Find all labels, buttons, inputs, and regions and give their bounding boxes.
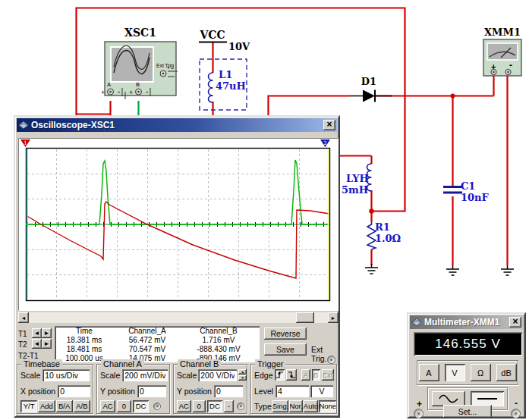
xsc1-screen bbox=[111, 47, 153, 82]
scale-spinner[interactable]: ▲ ▼ bbox=[238, 369, 247, 381]
channel-a-ypos-input[interactable] bbox=[137, 385, 166, 397]
trigger-source-b-button[interactable]: B bbox=[312, 369, 320, 381]
component-d1[interactable]: D1 bbox=[350, 76, 392, 102]
svg-text:C1: C1 bbox=[461, 180, 475, 192]
junction-dot bbox=[369, 208, 373, 213]
trigger-type-auto-button[interactable]: Auto bbox=[304, 400, 319, 412]
t1-left-button[interactable]: ◄ bbox=[32, 328, 42, 338]
save-button[interactable]: Save bbox=[264, 343, 307, 356]
channel-b-dc-button[interactable]: DC bbox=[207, 400, 223, 412]
t2-left-button[interactable]: ◄ bbox=[32, 339, 42, 349]
svg-text:47uH: 47uH bbox=[216, 80, 246, 92]
xsc1-b-label: B bbox=[136, 81, 140, 88]
readout-header: Channel_B bbox=[181, 327, 257, 336]
component-c1[interactable]: C1 10nF bbox=[443, 180, 490, 203]
set-button[interactable]: Set... bbox=[443, 405, 492, 418]
component-vcc[interactable]: VCC 10V bbox=[199, 29, 250, 52]
channel-b-legend: Channel B bbox=[178, 359, 221, 368]
channel-b-ypos-input[interactable] bbox=[214, 385, 243, 397]
measurement-readout: Time Channel_A Channel_B 18.381 ms 56.47… bbox=[55, 326, 260, 362]
dc-mode-button[interactable] bbox=[471, 391, 504, 406]
channel-b-ac-button[interactable]: AC bbox=[177, 400, 191, 412]
trigger-level-input[interactable] bbox=[276, 385, 309, 397]
t2-right-button[interactable]: ► bbox=[42, 339, 52, 349]
reverse-button[interactable]: Reverse bbox=[264, 328, 307, 340]
spin-down-icon: ▼ bbox=[238, 375, 247, 381]
trigger-type-none-button[interactable]: None bbox=[319, 400, 336, 412]
falling-edge-button[interactable] bbox=[286, 369, 297, 381]
t2-cursor-buttons: ◄ ► bbox=[32, 339, 52, 349]
rising-edge-button[interactable] bbox=[275, 369, 285, 381]
ground-icon bbox=[501, 265, 514, 275]
junction-dot bbox=[451, 94, 455, 99]
timebase-group: Timebase Scale X position Y/T Add B/A A/… bbox=[17, 364, 93, 414]
multisim-workspace: { "schematic": { "colors": { "wire_red":… bbox=[0, 0, 529, 420]
t1-cursor-buttons: ◄ ► bbox=[32, 328, 52, 338]
svg-text:VCC: VCC bbox=[199, 29, 225, 41]
component-r1[interactable]: R1 1.0Ω bbox=[367, 221, 401, 249]
trigger-type-normal-button[interactable]: Nor. bbox=[289, 400, 302, 412]
component-xsc1[interactable]: XSC1 Ext Trig + A B + - + - bbox=[101, 27, 178, 99]
add-mode-button[interactable]: Add bbox=[38, 400, 55, 412]
channel-b-invert-button[interactable]: - bbox=[224, 400, 234, 412]
trigger-source-ext-button[interactable]: Ext bbox=[322, 369, 334, 381]
plus-terminal-connector[interactable] bbox=[414, 409, 424, 418]
wire-scope-a bbox=[77, 101, 111, 115]
channel-a-legend: Channel A bbox=[101, 359, 144, 368]
channel-b-scale-input[interactable] bbox=[198, 369, 237, 381]
channel-a-zero-button[interactable]: 0 bbox=[117, 400, 131, 412]
trigger-group: Trigger Edge A B Ext Level Type Sing. No… bbox=[250, 364, 337, 414]
scope-display: 1 2 bbox=[18, 138, 338, 311]
channel-b-connector bbox=[237, 403, 244, 410]
scale-label: Scale bbox=[20, 371, 40, 380]
amps-mode-button[interactable]: A bbox=[419, 364, 439, 381]
ground-icon bbox=[365, 264, 378, 274]
svg-text:2: 2 bbox=[323, 140, 326, 146]
volts-mode-button[interactable]: V bbox=[445, 364, 465, 381]
diode-symbol bbox=[363, 90, 375, 102]
component-lyh[interactable]: LYH 5mH bbox=[342, 164, 372, 196]
multimeter-titlebar[interactable]: Multimeter-XMM1 × bbox=[410, 315, 523, 329]
ext-trig-connector[interactable] bbox=[327, 356, 335, 364]
capacitor-symbol bbox=[443, 187, 462, 193]
channel-b-zero-button[interactable]: 0 bbox=[193, 400, 206, 412]
trigger-source-a-button[interactable]: A bbox=[301, 369, 310, 381]
yt-mode-button[interactable]: Y/T bbox=[20, 400, 37, 412]
svg-text:-: - bbox=[146, 87, 148, 96]
x-position-input[interactable] bbox=[58, 385, 90, 397]
multisim-icon bbox=[411, 318, 422, 327]
trigger-level-unit[interactable] bbox=[310, 385, 333, 397]
channel-a-ac-button[interactable]: AC bbox=[100, 400, 115, 412]
ab-mode-button[interactable]: A/B bbox=[74, 400, 90, 412]
scrollbar-thumb[interactable] bbox=[296, 312, 314, 323]
readout-value: 18.381 ms bbox=[55, 336, 114, 345]
scroll-right-icon[interactable]: ► bbox=[328, 312, 338, 323]
svg-text:LYH: LYH bbox=[346, 173, 369, 184]
plus-terminal-label: + bbox=[417, 399, 422, 409]
svg-text:1: 1 bbox=[24, 140, 27, 146]
horizontal-scrollbar[interactable]: ◄ ► bbox=[18, 312, 338, 323]
xsc1-a-label: A bbox=[107, 81, 111, 88]
scroll-left-icon[interactable]: ◄ bbox=[18, 312, 29, 323]
timebase-scale-input[interactable] bbox=[43, 369, 90, 381]
readout-header: Time bbox=[55, 327, 114, 336]
minus-terminal-connector[interactable] bbox=[511, 409, 521, 418]
svg-text:5mH: 5mH bbox=[342, 184, 368, 196]
ac-mode-button[interactable] bbox=[432, 391, 465, 406]
close-icon[interactable]: × bbox=[323, 120, 335, 130]
svg-text:10V: 10V bbox=[228, 41, 250, 52]
db-mode-button[interactable]: dB bbox=[496, 364, 517, 381]
trigger-type-single-button[interactable]: Sing. bbox=[272, 400, 289, 412]
ba-mode-button[interactable]: B/A bbox=[56, 400, 73, 412]
channel-a-connector bbox=[153, 403, 161, 410]
ohms-mode-button[interactable]: Ω bbox=[471, 364, 491, 381]
component-l1[interactable]: L1 47uH bbox=[200, 59, 247, 110]
component-xmm1[interactable]: XMM1 + - bbox=[483, 27, 521, 76]
oscilloscope-titlebar[interactable]: Oscilloscope-XSC1 × bbox=[17, 118, 337, 132]
channel-a-dc-button[interactable]: DC bbox=[133, 400, 149, 412]
t1-right-button[interactable]: ► bbox=[42, 328, 52, 338]
svg-text:-: - bbox=[118, 87, 120, 96]
channel-a-scale-input[interactable] bbox=[122, 369, 168, 381]
close-icon[interactable]: × bbox=[509, 317, 521, 328]
ext-trig-label: Ext Trig bbox=[156, 63, 174, 69]
